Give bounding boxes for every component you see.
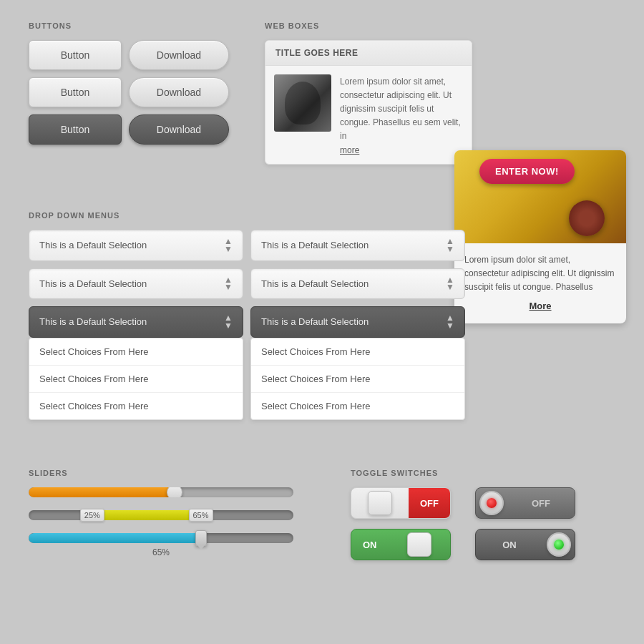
dropdown-2-arrow: ▲▼ [446, 238, 454, 253]
dropdown-2-value: This is a Default Selection [261, 240, 369, 250]
dropdown-4-arrow: ▲▼ [446, 276, 454, 292]
web-card-more-link[interactable]: More [464, 299, 616, 314]
webboxes-label: WEB BOXES [265, 21, 472, 30]
flat-off-label: OFF [409, 488, 450, 518]
slider-1-handle[interactable] [167, 487, 182, 497]
slider-2-track[interactable]: 25% 65% [29, 510, 293, 520]
radio-toggle-on-indicator [547, 532, 571, 557]
flat-toggle-on-thumb [389, 530, 451, 560]
buttons-label: BUTTONS [29, 21, 229, 30]
web-card-text: Lorem ipsum dolor sit amet, consectetur … [464, 255, 614, 292]
flat-toggle-on[interactable]: ON [351, 529, 451, 560]
radio-inner-red [487, 498, 497, 508]
radio-inner-green [554, 540, 564, 550]
web-box-more-link[interactable]: more [340, 145, 463, 155]
slider-3-fill [29, 533, 201, 543]
radio-toggle-off[interactable]: OFF [475, 487, 575, 519]
button-2[interactable]: Button [29, 77, 122, 107]
slider-2-low-label: 25% [80, 509, 104, 522]
dropdown-5-value: This is a Default Selection [39, 316, 147, 327]
button-1[interactable]: Button [29, 40, 122, 70]
radio-toggle-off-indicator [479, 491, 504, 515]
slider-3-track[interactable] [29, 533, 293, 543]
radio-off-label: OFF [507, 498, 575, 509]
dropdown-1-arrow: ▲▼ [224, 238, 233, 253]
dropdown-5-list: Select Choices From Here Select Choices … [29, 338, 243, 420]
dropdown-3[interactable]: This is a Default Selection ▲▼ [29, 268, 243, 300]
dropdown-1-value: This is a Default Selection [39, 240, 147, 250]
dropdown-3-arrow: ▲▼ [224, 276, 233, 292]
button-3[interactable]: Button [29, 114, 122, 145]
dropdown-2[interactable]: This is a Default Selection ▲▼ [250, 230, 465, 261]
web-card-body: Lorem ipsum dolor sit amet, consectetur … [454, 243, 626, 323]
buttons-section: BUTTONS Button Download Button Download … [29, 21, 229, 145]
dropdown-6-list: Select Choices From Here Select Choices … [250, 338, 465, 420]
dropdown-5-option-1[interactable]: Select Choices From Here [29, 338, 243, 366]
dropdown-5-active[interactable]: This is a Default Selection ▲▼ [29, 306, 243, 338]
slider-1-row [29, 487, 293, 497]
download-button-3[interactable]: Download [129, 114, 229, 145]
dropdown-6-option-1[interactable]: Select Choices From Here [251, 338, 464, 366]
dropdown-label: DROP DOWN MENUS [29, 211, 465, 220]
webboxes-section: WEB BOXES TITLE GOES HERE Lorem ipsum do… [265, 21, 472, 165]
dropdown-1[interactable]: This is a Default Selection ▲▼ [29, 230, 243, 261]
dropdown-6-value: This is a Default Selection [261, 316, 369, 327]
dropdown-6-option-2[interactable]: Select Choices From Here [251, 366, 464, 393]
slider-1-track[interactable] [29, 487, 293, 497]
toggles-grid: OFF OFF ON ON [351, 487, 590, 560]
slider-1-fill [29, 487, 175, 497]
slider-3-row: 65% [29, 533, 293, 557]
dropdown-grid: This is a Default Selection ▲▼ This is a… [29, 230, 465, 420]
buttons-grid: Button Download Button Download Button D… [29, 40, 229, 145]
sliders-section: SLIDERS 25% 65% 65% [29, 469, 293, 567]
dropdown-4-value: This is a Default Selection [261, 278, 369, 289]
web-box-body: Lorem ipsum dolor sit amet, consectetur … [265, 66, 472, 164]
web-box-content: Lorem ipsum dolor sit amet, consectetur … [340, 74, 463, 155]
download-button-2[interactable]: Download [129, 77, 229, 107]
web-box-1: TITLE GOES HERE Lorem ipsum dolor sit am… [265, 40, 472, 165]
slider-3-pct: 65% [29, 547, 293, 557]
flat-toggle-off-thumb [351, 488, 409, 518]
dropdown-4[interactable]: This is a Default Selection ▲▼ [250, 268, 465, 300]
flat-on-label: ON [351, 530, 389, 560]
dropdown-6-option-3[interactable]: Select Choices From Here [251, 393, 464, 419]
dropdown-section: DROP DOWN MENUS This is a Default Select… [29, 211, 465, 420]
toggles-section: TOGGLE SWITCHES OFF OFF ON ON [351, 469, 590, 560]
slider-2-row: 25% 65% [29, 510, 293, 520]
web-box-image [274, 74, 331, 132]
enter-now-button[interactable]: ENTER NOW! [479, 159, 575, 184]
sliders-label: SLIDERS [29, 469, 293, 477]
download-button-1[interactable]: Download [129, 40, 229, 70]
web-box-text: Lorem ipsum dolor sit amet, consectetur … [340, 77, 461, 141]
toggles-label: TOGGLE SWITCHES [351, 469, 590, 477]
slider-3-handle[interactable] [195, 530, 207, 546]
flat-knob-on [407, 532, 431, 557]
slider-2-high-label: 65% [188, 509, 213, 522]
dropdown-6-arrow: ▲▼ [446, 314, 454, 330]
dropdown-5-option-3[interactable]: Select Choices From Here [29, 393, 243, 419]
slider-2-fill [95, 510, 201, 520]
dropdown-6-active[interactable]: This is a Default Selection ▲▼ [250, 306, 465, 338]
flat-toggle-off[interactable]: OFF [351, 487, 451, 519]
dropdown-3-value: This is a Default Selection [39, 278, 147, 289]
radio-on-label: ON [476, 540, 543, 550]
web-box-title: TITLE GOES HERE [265, 41, 472, 66]
flat-knob-off [368, 491, 392, 515]
radio-toggle-on[interactable]: ON [475, 529, 575, 560]
dropdown-5-arrow: ▲▼ [224, 314, 233, 330]
dropdown-5-option-2[interactable]: Select Choices From Here [29, 366, 243, 393]
